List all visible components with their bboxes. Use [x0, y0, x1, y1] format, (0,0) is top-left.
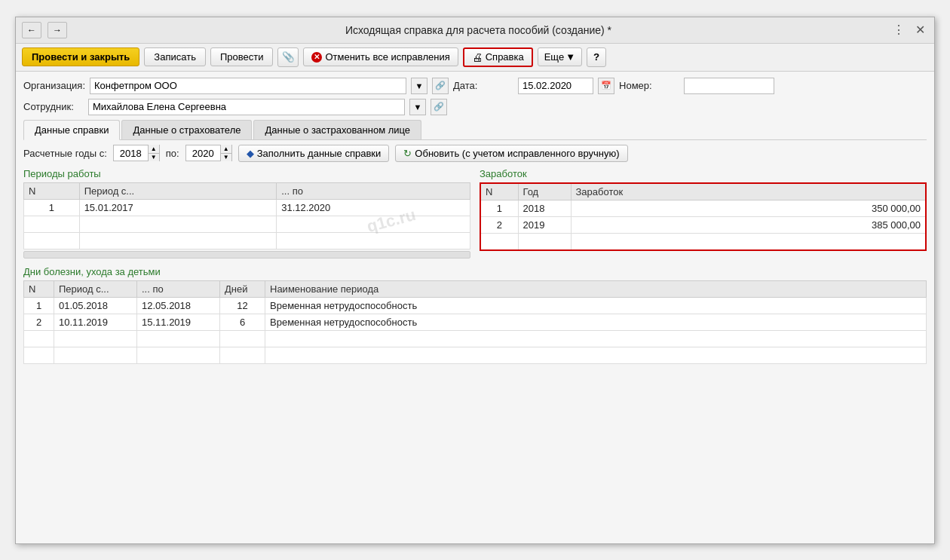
table-row[interactable]: 1 15.01.2017 31.12.2020: [24, 199, 470, 216]
sick-col-name: Наименование периода: [265, 280, 927, 297]
table-row[interactable]: 1 01.05.2018 12.05.2018 12 Временная нет…: [24, 297, 927, 314]
form-area: Организация: ▼ 🔗 Дата: 📅 Номер: Сотрудни…: [16, 72, 934, 370]
post-close-button[interactable]: Провести и закрыть: [22, 47, 139, 66]
date-input[interactable]: [518, 78, 593, 94]
tab-data-spravki[interactable]: Данные справки: [23, 120, 120, 140]
calc-row: Расчетные годы с: 2018 ▲ ▼ по: 2020 ▲ ▼ …: [23, 145, 927, 162]
more-button[interactable]: Еще ▼: [538, 47, 582, 66]
earnings-col-year: Год: [518, 183, 571, 200]
tabs: Данные справки Данные о страхователе Дан…: [23, 120, 927, 140]
paperclip-icon: 📎: [282, 51, 295, 63]
menu-dots-button[interactable]: ⋮: [890, 23, 908, 37]
main-window: ← → Исходящая справка для расчета пособи…: [15, 17, 935, 544]
year-from-down[interactable]: ▼: [149, 154, 159, 162]
chevron-down-icon: ▼: [565, 51, 575, 63]
org-open-button[interactable]: 🔗: [432, 78, 449, 94]
cancel-corrections-button[interactable]: ✕ Отменить все исправления: [303, 47, 458, 66]
to-label: по:: [166, 148, 179, 159]
periods-scroll[interactable]: N Период с... ... по 1 15.01.2017 31.12.…: [23, 182, 470, 259]
forward-button[interactable]: →: [48, 22, 67, 38]
close-button[interactable]: ✕: [912, 23, 928, 37]
table-row[interactable]: 2 10.11.2019 15.11.2019 6 Временная нетр…: [24, 314, 927, 330]
cancel-icon: ✕: [311, 52, 322, 63]
year-to-value: 2020: [186, 148, 220, 159]
date-label: Дата:: [453, 80, 513, 91]
org-dropdown-button[interactable]: ▼: [411, 78, 428, 94]
year-to-spinner[interactable]: 2020 ▲ ▼: [185, 145, 232, 161]
fill-button[interactable]: ◆ Заполнить данные справки: [238, 145, 390, 162]
nomer-label: Номер:: [619, 80, 679, 91]
table-row: [480, 233, 926, 250]
earnings-section: Заработок N Год Заработок 1 2018 350 000…: [480, 168, 927, 259]
table-row[interactable]: 1 2018 350 000,00: [480, 200, 926, 216]
table-row: [24, 216, 470, 232]
sick-section: Дни болезни, ухода за детьми N Период с.…: [23, 266, 927, 364]
sick-col-from: Период с...: [54, 280, 137, 297]
earnings-title: Заработок: [480, 168, 927, 179]
periods-col-to: ... по: [277, 182, 470, 199]
sick-col-to: ... по: [137, 280, 220, 297]
years-from-label: Расчетные годы с:: [23, 148, 107, 159]
sick-title: Дни болезни, ухода за детьми: [23, 266, 927, 277]
year-to-up[interactable]: ▲: [221, 145, 231, 154]
fill-icon: ◆: [247, 148, 254, 159]
refresh-icon: ↻: [403, 148, 412, 159]
window-controls: ⋮ ✕: [890, 23, 928, 37]
periods-title: Периоды работы: [23, 168, 470, 179]
post-button[interactable]: Провести: [210, 47, 274, 66]
nomer-input[interactable]: [684, 78, 774, 94]
window-title: Исходящая справка для расчета пособий (с…: [73, 24, 884, 36]
org-label: Организация:: [23, 80, 85, 91]
table-row: [24, 330, 927, 347]
emp-input[interactable]: [88, 99, 405, 115]
year-from-spinner[interactable]: 2018 ▲ ▼: [113, 145, 160, 161]
save-button[interactable]: Записать: [144, 47, 206, 66]
emp-open-button[interactable]: 🔗: [431, 99, 447, 115]
sick-col-n: N: [24, 280, 54, 297]
periods-col-n: N: [24, 182, 80, 199]
table-row: [24, 232, 470, 249]
spravka-button[interactable]: 🖨 Справка: [463, 47, 533, 67]
table-row: [24, 347, 927, 363]
tables-row: Периоды работы N Период с... ... по 1 15…: [23, 168, 927, 259]
emp-label: Сотрудник:: [23, 101, 84, 112]
sick-table: N Период с... ... по Дней Наименование п…: [23, 280, 927, 364]
tab-data-strakhovatel[interactable]: Данные о страхователе: [121, 120, 252, 139]
emp-dropdown-button[interactable]: ▼: [409, 99, 426, 115]
year-from-up[interactable]: ▲: [149, 145, 159, 154]
org-input[interactable]: [90, 78, 406, 94]
back-button[interactable]: ←: [22, 22, 41, 38]
refresh-button[interactable]: ↻ Обновить (с учетом исправленного вручн…: [395, 145, 627, 162]
periods-col-from: Период с...: [79, 182, 277, 199]
org-row: Организация: ▼ 🔗 Дата: 📅 Номер:: [23, 78, 927, 94]
earnings-col-amount: Заработок: [571, 183, 926, 200]
earnings-table: N Год Заработок 1 2018 350 000,00 2 2019…: [480, 182, 927, 251]
table-row[interactable]: 2 2019 385 000,00: [480, 216, 926, 233]
toolbar: Провести и закрыть Записать Провести 📎 ✕…: [16, 44, 934, 72]
emp-row: Сотрудник: ▼ 🔗: [23, 99, 927, 115]
earnings-col-n: N: [480, 183, 518, 200]
year-from-value: 2018: [114, 148, 148, 159]
title-bar: ← → Исходящая справка для расчета пособи…: [16, 17, 934, 44]
printer-icon: 🖨: [472, 51, 483, 63]
periods-scrollbar[interactable]: [23, 251, 470, 259]
periods-section: Периоды работы N Период с... ... по 1 15…: [23, 168, 470, 259]
attach-button[interactable]: 📎: [277, 47, 299, 67]
year-to-down[interactable]: ▼: [221, 154, 231, 162]
calendar-button[interactable]: 📅: [598, 78, 614, 94]
periods-table: N Период с... ... по 1 15.01.2017 31.12.…: [23, 182, 470, 249]
help-button[interactable]: ?: [587, 47, 606, 67]
sick-col-days: Дней: [220, 280, 265, 297]
tab-data-zastrakhovannoe[interactable]: Данные о застрахованном лице: [253, 120, 421, 139]
